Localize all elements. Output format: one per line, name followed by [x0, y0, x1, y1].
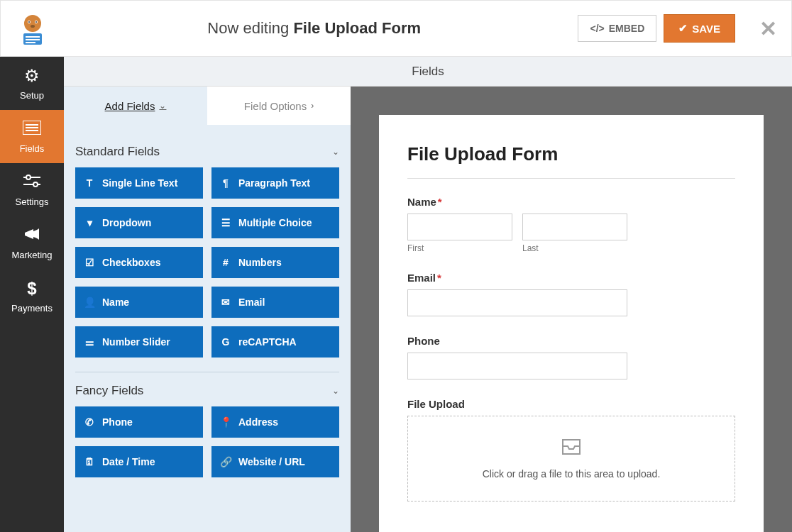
fields-panel: Add Fields ⌄ Field Options › Standard Fi… — [64, 87, 351, 532]
tab-add-fields[interactable]: Add Fields ⌄ — [64, 87, 207, 125]
upload-hint: Click or drag a file to this area to upl… — [429, 468, 713, 480]
dollar-icon: $ — [27, 279, 36, 299]
form-field-phone[interactable]: Phone — [407, 335, 735, 379]
nav-payments[interactable]: $ Payments — [0, 270, 64, 323]
field-phone[interactable]: ✆Phone — [75, 406, 203, 438]
svg-point-0 — [24, 15, 41, 32]
svg-rect-7 — [26, 36, 40, 38]
form-title: File Upload Form — [407, 143, 735, 179]
hash-icon: # — [220, 257, 231, 268]
panel-title: Fields — [64, 57, 792, 87]
field-number-slider[interactable]: ⚌Number Slider — [75, 326, 203, 358]
last-sublabel: Last — [522, 243, 627, 253]
nav-settings[interactable]: Settings — [0, 163, 64, 216]
app-logo — [15, 11, 50, 46]
group-fancy-fields[interactable]: Fancy Fields ⌄ — [75, 372, 339, 406]
inbox-icon — [429, 438, 713, 461]
sliders-icon — [23, 172, 40, 192]
text-icon: T — [84, 177, 95, 189]
editing-title: Now editing File Upload Form — [50, 19, 578, 38]
svg-rect-9 — [26, 42, 35, 43]
svg-point-15 — [26, 175, 31, 179]
field-dropdown[interactable]: ▾Dropdown — [75, 207, 203, 238]
svg-point-5 — [31, 25, 35, 28]
top-bar: Now editing File Upload Form </> EMBED ✔… — [0, 0, 792, 57]
chevron-right-icon: › — [311, 101, 314, 111]
caret-down-icon: ▾ — [84, 217, 95, 228]
envelope-icon: ✉ — [220, 297, 231, 308]
calendar-icon: 🗓 — [84, 456, 95, 467]
check-icon: ✔ — [678, 22, 688, 35]
field-name[interactable]: 👤Name — [75, 287, 203, 318]
field-paragraph-text[interactable]: ¶Paragraph Text — [211, 167, 339, 199]
svg-point-3 — [28, 21, 30, 23]
first-sublabel: First — [407, 243, 512, 253]
chevron-down-icon: ⌄ — [332, 386, 339, 396]
form-field-email[interactable]: Email* — [407, 272, 735, 316]
field-single-line-text[interactable]: TSingle Line Text — [75, 167, 203, 199]
form-field-file-upload[interactable]: File Upload Click or drag a file to this… — [407, 398, 735, 501]
name-label: Name* — [407, 196, 735, 208]
close-icon[interactable]: ✕ — [759, 16, 777, 41]
field-address[interactable]: 📍Address — [211, 406, 339, 438]
email-label: Email* — [407, 272, 735, 284]
user-icon: 👤 — [84, 297, 95, 308]
first-name-input[interactable] — [407, 214, 512, 240]
embed-button[interactable]: </> EMBED — [578, 15, 656, 42]
code-icon: </> — [590, 23, 604, 34]
last-name-input[interactable] — [522, 214, 627, 240]
field-multiple-choice[interactable]: ☰Multiple Choice — [211, 207, 339, 238]
chevron-down-icon: ⌄ — [332, 147, 339, 157]
group-standard-fields[interactable]: Standard Fields ⌄ — [75, 133, 339, 167]
phone-icon: ✆ — [84, 416, 95, 428]
nav-fields[interactable]: Fields — [0, 110, 64, 163]
nav-setup[interactable]: ⚙ Setup — [0, 57, 64, 110]
list-icon — [23, 119, 41, 139]
svg-point-17 — [33, 182, 38, 187]
upload-dropzone[interactable]: Click or drag a file to this area to upl… — [407, 416, 735, 501]
nav-marketing[interactable]: Marketing — [0, 216, 64, 270]
sliders-icon: ⚌ — [84, 336, 95, 348]
form-preview: File Upload Form Name* First Last — [351, 87, 792, 532]
email-input[interactable] — [407, 289, 627, 316]
bullhorn-icon — [23, 226, 40, 245]
svg-point-4 — [35, 21, 37, 23]
tab-field-options[interactable]: Field Options › — [207, 87, 351, 125]
side-nav: ⚙ Setup Fields Settings Marketing $ Paym… — [0, 57, 64, 532]
field-checkboxes[interactable]: ☑Checkboxes — [75, 247, 203, 278]
list-icon: ☰ — [220, 217, 231, 228]
paragraph-icon: ¶ — [220, 177, 231, 189]
field-recaptcha[interactable]: GreCAPTCHA — [211, 326, 339, 358]
form-card: File Upload Form Name* First Last — [379, 115, 764, 532]
save-button[interactable]: ✔ SAVE — [664, 14, 735, 43]
check-square-icon: ☑ — [84, 257, 95, 268]
phone-input[interactable] — [407, 353, 627, 379]
link-icon: 🔗 — [220, 456, 231, 467]
field-numbers[interactable]: #Numbers — [211, 247, 339, 278]
svg-rect-8 — [26, 39, 40, 40]
google-icon: G — [220, 336, 231, 348]
field-website-url[interactable]: 🔗Website / URL — [211, 446, 339, 477]
form-field-name[interactable]: Name* First Last — [407, 196, 735, 253]
field-email[interactable]: ✉Email — [211, 287, 339, 318]
field-date-time[interactable]: 🗓Date / Time — [75, 446, 203, 477]
chevron-down-icon: ⌄ — [159, 101, 166, 111]
phone-label: Phone — [407, 335, 735, 347]
file-upload-label: File Upload — [407, 398, 735, 410]
pin-icon: 📍 — [220, 416, 231, 428]
gear-icon: ⚙ — [24, 66, 40, 86]
